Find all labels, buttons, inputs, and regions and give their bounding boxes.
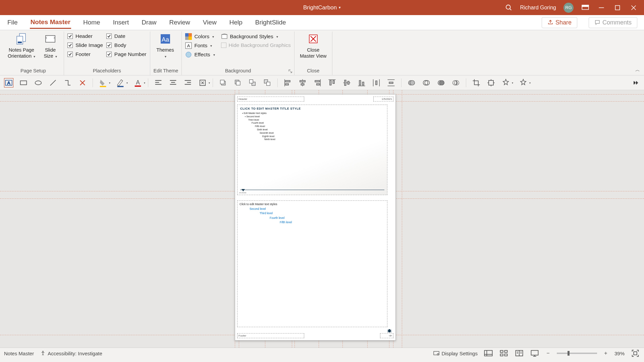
svg-line-29: [50, 80, 56, 85]
share-button[interactable]: Share: [542, 17, 577, 28]
check-footer[interactable]: Footer: [67, 51, 103, 57]
display-settings-button[interactable]: Display Settings: [433, 351, 478, 356]
maximize-button[interactable]: [613, 3, 622, 12]
page-number-placeholder[interactable]: ‹#›: [380, 333, 393, 338]
tab-home[interactable]: Home: [83, 17, 101, 28]
themes-button[interactable]: Aa Themes▾: [154, 32, 177, 59]
send-backward-icon[interactable]: [233, 78, 243, 87]
avatar[interactable]: RG: [564, 3, 574, 13]
minimize-button[interactable]: [597, 3, 606, 12]
merge-fragment-icon[interactable]: [436, 78, 446, 87]
tab-notes-master[interactable]: Notes Master: [30, 16, 71, 29]
elbow-connector-icon[interactable]: [63, 78, 72, 87]
fill-color-icon[interactable]: ▾: [98, 78, 108, 87]
close-master-view-button[interactable]: Close Master View: [298, 32, 329, 59]
svg-rect-70: [359, 80, 361, 85]
check-slide-image[interactable]: Slide Image: [67, 42, 103, 48]
merge-intersect-icon[interactable]: [451, 78, 461, 87]
tab-help[interactable]: Help: [229, 17, 243, 28]
align-obj-top-icon[interactable]: [327, 78, 337, 87]
user-name[interactable]: Richard Goring: [520, 5, 556, 11]
tab-brightslide[interactable]: BrightSlide: [255, 17, 287, 28]
align-obj-left-icon[interactable]: [283, 78, 292, 87]
zoom-in-button[interactable]: +: [603, 350, 608, 356]
reading-view-icon[interactable]: [515, 350, 524, 357]
check-date[interactable]: Date: [106, 33, 147, 39]
slideshow-view-icon[interactable]: [530, 350, 539, 357]
notes-page-orientation-button[interactable]: Notes Page Orientation ▾: [6, 32, 37, 59]
background-styles-button[interactable]: Background Styles ▾: [221, 33, 291, 40]
star-add-icon[interactable]: ▾: [501, 78, 511, 87]
autofit-icon[interactable]: ▾: [198, 78, 207, 87]
tab-insert[interactable]: Insert: [112, 17, 130, 28]
align-center-icon[interactable]: [168, 78, 178, 87]
distribute-vertical-icon[interactable]: [386, 78, 396, 87]
zoom-slider[interactable]: [557, 353, 597, 354]
slide-pgnum: ‹#›/0000: [239, 192, 246, 194]
fonts-button[interactable]: AFonts ▾: [185, 42, 215, 49]
slide-image-placeholder[interactable]: CLICK TO EDIT MASTER TITLE STYLE • Edit …: [237, 105, 387, 195]
fit-to-window-icon[interactable]: [631, 350, 640, 357]
outline-color-icon[interactable]: ▾: [116, 78, 125, 87]
svg-rect-67: [344, 80, 346, 85]
slide-size-button[interactable]: Slide Size ▾: [40, 32, 60, 59]
svg-rect-3: [582, 5, 589, 6]
oval-tool-icon[interactable]: [34, 78, 43, 87]
search-icon[interactable]: [505, 4, 513, 11]
colors-button[interactable]: Colors ▾: [185, 33, 215, 40]
collapse-ribbon-icon[interactable]: ︿: [635, 67, 640, 73]
crop-icon[interactable]: [472, 78, 481, 87]
star-play-icon[interactable]: ▾: [519, 78, 528, 87]
effects-button[interactable]: Effects ▾: [185, 51, 215, 58]
normal-view-icon[interactable]: [484, 350, 493, 357]
line-tool-icon[interactable]: [48, 78, 58, 87]
merge-combine-icon[interactable]: [422, 78, 431, 87]
svg-rect-33: [117, 86, 124, 87]
bring-forward-icon[interactable]: [218, 78, 228, 87]
close-window-button[interactable]: [629, 3, 638, 12]
effects-icon: [185, 51, 192, 58]
zoom-level[interactable]: 39%: [614, 351, 625, 356]
document-title[interactable]: BrightCarbon ▾: [303, 4, 341, 11]
align-obj-middle-icon[interactable]: [342, 78, 352, 87]
send-to-back-icon[interactable]: [263, 78, 272, 87]
font-color-icon[interactable]: A▾: [133, 78, 143, 87]
overflow-icon[interactable]: [631, 78, 640, 87]
header-placeholder[interactable]: Header: [237, 97, 304, 102]
footer-placeholder[interactable]: Footer: [237, 333, 304, 338]
ribbon-display-icon[interactable]: [581, 3, 590, 12]
bring-to-front-icon[interactable]: [248, 78, 257, 87]
delete-icon[interactable]: [78, 78, 87, 87]
rectangle-tool-icon[interactable]: [19, 78, 28, 87]
group-label: Background: [185, 67, 290, 74]
zoom-out-button[interactable]: −: [545, 350, 551, 356]
merge-union-icon[interactable]: [407, 78, 416, 87]
tab-review[interactable]: Review: [169, 17, 191, 28]
tab-view[interactable]: View: [202, 17, 217, 28]
check-header[interactable]: Header: [67, 33, 103, 39]
align-left-icon[interactable]: [154, 78, 163, 87]
comments-button[interactable]: Comments: [589, 17, 637, 28]
tab-draw[interactable]: Draw: [141, 17, 157, 28]
align-obj-bottom-icon[interactable]: [357, 78, 366, 87]
align-right-icon[interactable]: [183, 78, 193, 87]
distribute-horizontal-icon[interactable]: [372, 78, 381, 87]
accessibility-button[interactable]: Accessibility: Investigate: [40, 350, 102, 356]
slide-sorter-view-icon[interactable]: [499, 350, 508, 357]
group-placeholders: Header Slide Image Footer Date Body Page…: [64, 32, 150, 75]
canvas-area[interactable]: Header 1/5/2021 CLICK TO EDIT MASTER TIT…: [0, 90, 644, 348]
notes-page[interactable]: Header 1/5/2021 CLICK TO EDIT MASTER TIT…: [235, 94, 396, 341]
dialog-launcher-icon[interactable]: [288, 69, 293, 74]
svg-rect-49: [236, 81, 240, 85]
textbox-tool-icon[interactable]: A: [4, 78, 13, 87]
align-obj-right-icon[interactable]: [313, 78, 322, 87]
check-body[interactable]: Body: [106, 42, 147, 48]
date-placeholder[interactable]: 1/5/2021: [373, 97, 393, 102]
svg-point-79: [410, 80, 415, 85]
body-placeholder[interactable]: Click to edit Master text styles Second …: [237, 200, 387, 327]
tab-file[interactable]: File: [7, 17, 18, 28]
check-page-number[interactable]: Page Number: [106, 51, 147, 57]
size-position-icon[interactable]: [486, 78, 496, 87]
svg-rect-11: [46, 36, 55, 42]
align-obj-center-icon[interactable]: [298, 78, 307, 87]
